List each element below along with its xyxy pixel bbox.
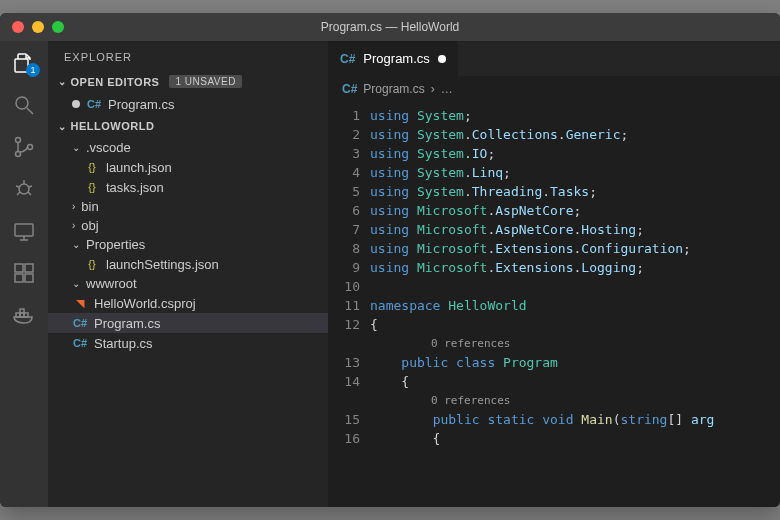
code-line: using Microsoft.Extensions.Logging; (370, 258, 780, 277)
code-line: { (370, 429, 780, 448)
svg-point-1 (16, 97, 28, 109)
csharp-icon: C# (340, 52, 355, 66)
source-control-icon[interactable] (12, 135, 36, 159)
titlebar: Program.cs — HelloWorld (0, 13, 780, 41)
file-label: Program.cs (108, 97, 174, 112)
codelens[interactable]: 0 references (370, 334, 780, 353)
file-label: Program.cs (94, 316, 160, 331)
file-label: HelloWorld.csproj (94, 296, 196, 311)
tree-item[interactable]: ⌄ Properties (48, 235, 328, 254)
editor-area: C# Program.cs C# Program.cs › … 12345678… (328, 41, 780, 507)
tree-item[interactable]: › obj (48, 216, 328, 235)
chevron-icon: ⌄ (72, 239, 80, 250)
file-label: Properties (86, 237, 145, 252)
docker-icon[interactable] (12, 303, 36, 327)
extensions-icon[interactable] (12, 261, 36, 285)
svg-rect-18 (25, 274, 33, 282)
svg-rect-16 (25, 264, 33, 272)
tree-item[interactable]: C# Startup.cs (48, 333, 328, 353)
code-lines: using System;using System.Collections.Ge… (370, 102, 780, 507)
tree-item[interactable]: ⌄ wwwroot (48, 274, 328, 293)
explorer-icon[interactable]: 1 (12, 51, 36, 75)
chevron-down-icon: ⌄ (58, 76, 67, 87)
svg-rect-12 (15, 224, 33, 236)
maximize-window-button[interactable] (52, 21, 64, 33)
open-editors-label: OPEN EDITORS (71, 76, 160, 88)
window-title: Program.cs — HelloWorld (0, 20, 780, 34)
dirty-indicator (438, 55, 446, 63)
csharp-icon: C# (342, 82, 357, 96)
debug-icon[interactable] (12, 177, 36, 201)
code-line: using Microsoft.Extensions.Configuration… (370, 239, 780, 258)
svg-rect-22 (20, 309, 24, 313)
tree-item[interactable]: ◥ HelloWorld.csproj (48, 293, 328, 313)
line-number: 6 (328, 201, 360, 220)
tab-program-cs[interactable]: C# Program.cs (328, 41, 459, 76)
codelens[interactable]: 0 references (370, 391, 780, 410)
file-label: bin (81, 199, 98, 214)
open-editors-section[interactable]: ⌄ OPEN EDITORS 1 UNSAVED (48, 71, 328, 92)
line-number: 11 (328, 296, 360, 315)
close-window-button[interactable] (12, 21, 24, 33)
traffic-lights (0, 21, 64, 33)
search-icon[interactable] (12, 93, 36, 117)
line-number: 15 (328, 410, 360, 429)
breadcrumb-file: Program.cs (363, 82, 424, 96)
sidebar: EXPLORER ⌄ OPEN EDITORS 1 UNSAVED C# Pro… (48, 41, 328, 507)
remote-icon[interactable] (12, 219, 36, 243)
open-editor-item[interactable]: C# Program.cs (48, 94, 328, 114)
line-number: 5 (328, 182, 360, 201)
code-line: public class Program (370, 353, 780, 372)
code-line (370, 277, 780, 296)
json-icon: {} (84, 256, 100, 272)
line-number: 16 (328, 429, 360, 448)
file-label: wwwroot (86, 276, 137, 291)
file-label: .vscode (86, 140, 131, 155)
app-window: Program.cs — HelloWorld 1 (0, 13, 780, 507)
unsaved-badge: 1 UNSAVED (169, 75, 241, 88)
file-label: launchSettings.json (106, 257, 219, 272)
svg-point-4 (16, 152, 21, 157)
editor-tabs: C# Program.cs (328, 41, 780, 76)
file-label: tasks.json (106, 180, 164, 195)
line-number: 9 (328, 258, 360, 277)
breadcrumb[interactable]: C# Program.cs › … (328, 76, 780, 102)
svg-line-9 (29, 186, 32, 187)
svg-line-2 (27, 108, 33, 114)
code-line: using System; (370, 106, 780, 125)
line-number: 3 (328, 144, 360, 163)
workspace-section[interactable]: ⌄ HELLOWORLD (48, 116, 328, 136)
breadcrumb-sep: › (431, 82, 435, 96)
dirty-indicator (72, 100, 80, 108)
window-body: 1 EXPLORER ⌄ OP (0, 41, 780, 507)
svg-line-10 (17, 192, 20, 195)
tree-item[interactable]: C# Program.cs (48, 313, 328, 333)
line-number: 10 (328, 277, 360, 296)
chevron-icon: ⌄ (72, 278, 80, 289)
workspace-label: HELLOWORLD (71, 120, 155, 132)
tree-item[interactable]: {} launchSettings.json (48, 254, 328, 274)
svg-point-5 (28, 145, 33, 150)
open-editors-tree: C# Program.cs (48, 92, 328, 116)
chevron-icon: › (72, 201, 75, 212)
file-label: obj (81, 218, 98, 233)
csharp-icon: C# (72, 315, 88, 331)
line-gutter: 12345678910111213141516 (328, 102, 370, 507)
tree-item[interactable]: {} tasks.json (48, 177, 328, 197)
code-editor[interactable]: 12345678910111213141516 using System;usi… (328, 102, 780, 507)
code-line: using Microsoft.AspNetCore; (370, 201, 780, 220)
code-line: using System.Threading.Tasks; (370, 182, 780, 201)
file-label: launch.json (106, 160, 172, 175)
svg-rect-15 (15, 264, 23, 272)
rss-icon: ◥ (72, 295, 88, 311)
tree-item[interactable]: ⌄ .vscode (48, 138, 328, 157)
code-line: public static void Main(string[] arg (370, 410, 780, 429)
tree-item[interactable]: {} launch.json (48, 157, 328, 177)
code-line: namespace HelloWorld (370, 296, 780, 315)
svg-point-3 (16, 138, 21, 143)
minimize-window-button[interactable] (32, 21, 44, 33)
code-line: { (370, 372, 780, 391)
svg-line-8 (16, 186, 19, 187)
tree-item[interactable]: › bin (48, 197, 328, 216)
activity-bar: 1 (0, 41, 48, 507)
